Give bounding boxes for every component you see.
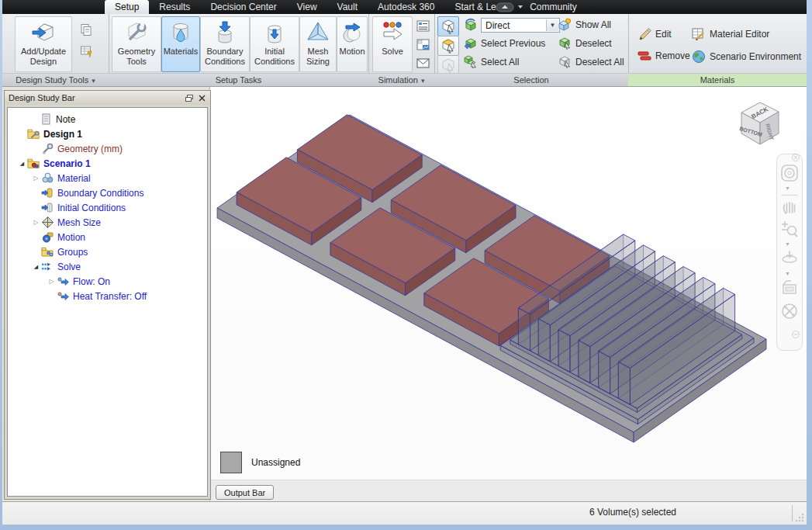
- tab-autodesk-360[interactable]: Autodesk 360: [368, 0, 444, 14]
- solution-monitor-button[interactable]: [413, 16, 432, 35]
- update-table-icon: [80, 45, 93, 58]
- group-label-simulation[interactable]: Simulation: [368, 73, 434, 86]
- show-all-button[interactable]: Show All: [558, 18, 611, 31]
- group-label-selection: Selection: [434, 73, 628, 86]
- close-icon: [199, 95, 206, 102]
- tree-item-heat-transfer[interactable]: Heat Transfer: Off: [8, 289, 207, 303]
- tab-vault[interactable]: Vault: [327, 0, 368, 14]
- material-editor-icon: [692, 27, 706, 41]
- tree-item-solve[interactable]: Solve: [8, 259, 207, 274]
- group-label-design-study-tools[interactable]: Design Study Tools: [2, 73, 109, 86]
- navbar-dropdown-caret[interactable]: ▼: [785, 271, 790, 276]
- tree-item-design-1[interactable]: Design 1: [8, 126, 207, 141]
- mesh-size-icon: [41, 216, 54, 229]
- unassigned-color-swatch: [220, 452, 242, 473]
- tree-item-scenario-1[interactable]: Scenario 1: [8, 156, 207, 171]
- output-bar-button[interactable]: Output Bar: [216, 485, 274, 500]
- edit-button[interactable]: Edit: [638, 27, 672, 41]
- status-bar: 6 Volume(s) selected: [2, 501, 807, 525]
- orbit-icon[interactable]: [780, 249, 799, 268]
- selection-method-dropdown[interactable]: Direct ▼: [481, 18, 560, 33]
- dropdown-value: Direct: [485, 20, 510, 31]
- 3d-viewport[interactable]: BACK BOTTOM RIGHT ▼: [209, 87, 807, 480]
- tree-item-geometry[interactable]: Geometry (mm): [8, 141, 207, 156]
- sync-menu[interactable]: [496, 2, 531, 12]
- navbar-dropdown-caret[interactable]: ▼: [785, 185, 790, 191]
- material-editor-button[interactable]: Material Editor: [692, 27, 769, 41]
- select-all-button[interactable]: Select All: [464, 55, 519, 68]
- tab-decision-center[interactable]: Decision Center: [200, 0, 286, 14]
- tab-view[interactable]: View: [287, 0, 327, 14]
- 3d-model-canvas[interactable]: [210, 87, 807, 480]
- full-navigation-wheel-icon[interactable]: [780, 302, 799, 320]
- scenario-environment-button[interactable]: Scenario Environment: [692, 50, 801, 64]
- solve-icon: [380, 20, 405, 45]
- tab-setup[interactable]: Setup: [105, 0, 149, 14]
- boundary-conditions-icon: [213, 20, 237, 45]
- button-label: Materials: [164, 47, 199, 57]
- resize-grip[interactable]: [795, 513, 804, 522]
- select-volume-icon: [441, 19, 456, 34]
- update-results-button[interactable]: [77, 42, 95, 61]
- tree-item-motion[interactable]: Motion: [8, 230, 207, 244]
- scenario-folder-icon: [27, 157, 40, 171]
- view-cube[interactable]: BACK BOTTOM RIGHT: [734, 93, 790, 155]
- tree-label: Material: [57, 173, 91, 184]
- steering-wheels-icon[interactable]: [780, 164, 799, 182]
- close-panel-button[interactable]: [196, 92, 208, 103]
- clone-design-button[interactable]: [77, 20, 95, 39]
- tree-item-flow[interactable]: Flow: On: [8, 274, 207, 289]
- design-study-bar-titlebar[interactable]: Design Study Bar: [5, 91, 210, 105]
- expander[interactable]: [31, 263, 41, 270]
- tree-item-groups[interactable]: Groups: [8, 244, 207, 259]
- panel-title: Design Study Bar: [9, 93, 75, 102]
- tree-label: Mesh Size: [57, 217, 101, 228]
- item-label: Select Previous: [481, 38, 545, 49]
- item-label: Scenario Environment: [710, 51, 801, 62]
- tree-item-note[interactable]: Note: [8, 112, 207, 126]
- expander[interactable]: [31, 175, 41, 182]
- navbar-dropdown-caret[interactable]: ▼: [785, 241, 790, 247]
- motion-icon: [340, 20, 365, 45]
- mesh-sizing-button[interactable]: Mesh Sizing: [299, 16, 337, 72]
- initial-conditions-button[interactable]: Initial Conditions: [250, 16, 299, 72]
- deselect-all-button[interactable]: Deselect All: [558, 55, 624, 68]
- select-volumes-mode-button[interactable]: [437, 16, 459, 36]
- remove-button[interactable]: Remove: [638, 50, 690, 62]
- group-caret-icon: [418, 75, 425, 85]
- group-caret-icon: [88, 75, 95, 85]
- expander[interactable]: [47, 278, 57, 285]
- rewind-icon[interactable]: [780, 279, 799, 297]
- select-surfaces-mode-button[interactable]: [437, 36, 459, 56]
- tree-item-initial-conditions[interactable]: Initial Conditions: [8, 200, 207, 215]
- tree-label: Note: [56, 114, 75, 125]
- tree-item-material[interactable]: Material: [8, 171, 207, 185]
- email-notification-button[interactable]: [413, 54, 432, 72]
- zoom-icon[interactable]: [780, 220, 799, 238]
- navbar-close-icon[interactable]: [791, 153, 800, 162]
- navbar-minimize-icon[interactable]: [791, 330, 800, 339]
- email-icon: [416, 58, 430, 68]
- geometry-tools-button[interactable]: Geometry Tools: [112, 16, 161, 72]
- add-update-design-button[interactable]: Add/Update Design: [15, 16, 72, 72]
- flow-icon: [57, 275, 70, 288]
- expander[interactable]: [17, 160, 27, 167]
- legend-label: Unassigned: [251, 457, 300, 468]
- convergence-plot-button[interactable]: [413, 35, 432, 54]
- tree-item-mesh-size[interactable]: Mesh Size: [8, 215, 207, 230]
- float-panel-button[interactable]: [183, 92, 195, 103]
- design-study-tree: Note Design 1: [7, 107, 208, 497]
- solve-button[interactable]: Solve: [372, 16, 413, 72]
- deselect-button[interactable]: Deselect: [558, 36, 612, 50]
- expander[interactable]: [31, 219, 41, 226]
- select-previous-button[interactable]: Select Previous: [464, 36, 545, 50]
- mesh-sizing-icon: [306, 20, 330, 45]
- tree-label: Flow: On: [73, 276, 110, 287]
- tab-results[interactable]: Results: [149, 0, 200, 14]
- navigation-bar: ▼ ▼ ▼: [776, 154, 803, 351]
- tree-item-boundary-conditions[interactable]: Boundary Conditions: [8, 185, 207, 200]
- boundary-conditions-button[interactable]: Boundary Conditions: [200, 16, 250, 72]
- materials-button[interactable]: Materials: [161, 16, 200, 72]
- motion-button[interactable]: Motion: [337, 16, 368, 72]
- pan-hand-icon[interactable]: [780, 198, 799, 217]
